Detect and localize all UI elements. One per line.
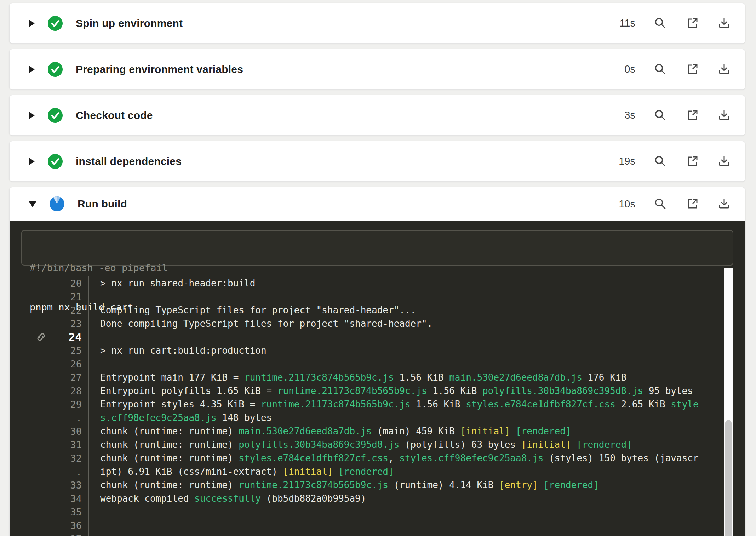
- open-in-new-tab-button[interactable]: [686, 63, 699, 76]
- log-line: 29Entrypoint styles 4.35 KiB = runtime.2…: [10, 398, 745, 411]
- download-logs-button[interactable]: [717, 155, 731, 168]
- log-line-text: Done compiling TypeScript files for proj…: [88, 318, 433, 329]
- line-number: 27: [10, 372, 88, 383]
- log-line: 24: [10, 330, 745, 344]
- step-row-preparing-environment-variables: Preparing environment variables 0s: [9, 49, 745, 90]
- line-number: 28: [10, 386, 88, 397]
- search-logs-button[interactable]: [654, 63, 667, 76]
- search-logs-button[interactable]: [654, 109, 667, 122]
- line-number: .: [10, 412, 88, 423]
- line-number: 20: [10, 278, 88, 289]
- log-lines: 20> nx run shared-header:build2122Compil…: [10, 276, 745, 536]
- search-logs-button[interactable]: [654, 197, 667, 211]
- log-line: 27Entrypoint main 177 KiB = runtime.2117…: [10, 371, 745, 384]
- chevron-right-icon[interactable]: [29, 112, 35, 119]
- open-in-new-tab-button[interactable]: [686, 197, 699, 211]
- log-line: 20> nx run shared-header:build: [10, 276, 745, 290]
- line-number: 30: [10, 426, 88, 437]
- step-header[interactable]: Spin up environment 11s: [10, 3, 745, 43]
- step-title: install dependencies: [76, 155, 182, 167]
- step-duration: 3s: [624, 109, 635, 121]
- step-row-checkout-code: Checkout code 3s: [9, 95, 745, 136]
- log-line-text: ipt) 6.91 KiB (css/mini-extract) [initia…: [88, 466, 394, 477]
- log-line: 34webpack compiled successfully (bb5db88…: [10, 492, 745, 505]
- line-number: 32: [10, 453, 88, 464]
- search-logs-button[interactable]: [654, 17, 667, 30]
- terminal-panel: #!/bin/bash -eo pipefail pnpm nx build c…: [10, 221, 745, 536]
- log-line-text: chunk (runtime: runtime) main.530e27d6ee…: [88, 426, 571, 437]
- step-row-run-build: Run build 10s #!/bin/bash -eo pipefail p…: [9, 187, 745, 536]
- line-number: 23: [10, 318, 88, 329]
- log-line: 37: [10, 532, 745, 536]
- log-line-text: chunk (runtime: runtime) polyfills.30b34…: [88, 439, 632, 450]
- open-in-new-tab-button[interactable]: [686, 109, 699, 122]
- line-number: 33: [10, 480, 88, 491]
- command-box: #!/bin/bash -eo pipefail pnpm nx build c…: [21, 230, 733, 266]
- step-title: Run build: [78, 198, 127, 210]
- step-row-install-dependencies: install dependencies 19s: [9, 141, 745, 182]
- log-line-text: > nx run cart:build:production: [88, 345, 267, 356]
- line-number: 25: [10, 345, 88, 356]
- chevron-down-icon[interactable]: [29, 201, 36, 207]
- line-link-icon[interactable]: [36, 332, 46, 342]
- log-line: .ipt) 6.91 KiB (css/mini-extract) [initi…: [10, 465, 745, 478]
- line-number: 24: [10, 331, 88, 343]
- log-line-text: Entrypoint main 177 KiB = runtime.21173c…: [88, 372, 626, 383]
- log-line-text: chunk (runtime: runtime) styles.e784ce1d…: [88, 453, 699, 463]
- step-duration: 0s: [624, 63, 635, 75]
- step-duration: 19s: [619, 155, 635, 167]
- step-header[interactable]: Checkout code 3s: [10, 95, 745, 135]
- line-number: 37: [10, 534, 88, 536]
- line-number: 21: [10, 291, 88, 302]
- line-number: 34: [10, 493, 88, 504]
- log-line: 22Compiling TypeScript files for project…: [10, 303, 745, 317]
- scrollbar-thumb[interactable]: [725, 420, 732, 536]
- step-duration: 11s: [619, 17, 635, 29]
- step-row-spin-up-environment: Spin up environment 11s: [9, 3, 745, 44]
- log-line-text: Entrypoint polyfills 1.65 KiB = runtime.…: [88, 386, 693, 396]
- command-shebang: #!/bin/bash -eo pipefail: [30, 261, 725, 274]
- open-in-new-tab-button[interactable]: [686, 17, 699, 30]
- line-number: 29: [10, 399, 88, 410]
- step-header[interactable]: install dependencies 19s: [10, 141, 745, 181]
- log-line: 23Done compiling TypeScript files for pr…: [10, 317, 745, 330]
- log-line: 33chunk (runtime: runtime) runtime.21173…: [10, 478, 745, 492]
- status-success-icon: [47, 16, 63, 31]
- download-logs-button[interactable]: [717, 63, 731, 76]
- log-line-text: s.cff98efec9c25aa8.js 148 bytes: [88, 412, 272, 423]
- log-line-text: Entrypoint styles 4.35 KiB = runtime.211…: [88, 399, 699, 410]
- log-line-text: webpack compiled successfully (bb5db882a…: [88, 493, 366, 504]
- line-number: 22: [10, 305, 88, 316]
- log-line: 28Entrypoint polyfills 1.65 KiB = runtim…: [10, 384, 745, 398]
- download-logs-button[interactable]: [717, 197, 731, 211]
- step-title: Spin up environment: [76, 17, 183, 29]
- download-logs-button[interactable]: [717, 17, 731, 30]
- log-line-text: chunk (runtime: runtime) runtime.21173c8…: [88, 480, 599, 490]
- line-number: .: [10, 466, 88, 477]
- log-line: 32chunk (runtime: runtime) styles.e784ce…: [10, 451, 745, 465]
- chevron-right-icon[interactable]: [29, 19, 35, 27]
- status-success-icon: [47, 108, 63, 123]
- log-line: 21: [10, 290, 745, 303]
- step-title: Checkout code: [76, 109, 153, 121]
- step-duration: 10s: [619, 198, 635, 210]
- log-scrollbar[interactable]: [724, 268, 733, 536]
- line-number: 35: [10, 507, 88, 518]
- step-title: Preparing environment variables: [76, 63, 243, 75]
- log-line-text: Compiling TypeScript files for project "…: [88, 305, 416, 315]
- open-in-new-tab-button[interactable]: [686, 155, 699, 168]
- log-line: 25> nx run cart:build:production: [10, 344, 745, 357]
- chevron-right-icon[interactable]: [29, 65, 35, 73]
- chevron-right-icon[interactable]: [29, 158, 35, 165]
- status-success-icon: [47, 154, 63, 169]
- log-line: 36: [10, 519, 745, 532]
- line-number: 36: [10, 520, 88, 531]
- log-line: 26: [10, 357, 745, 371]
- step-header[interactable]: Run build 10s: [10, 187, 745, 221]
- search-logs-button[interactable]: [654, 155, 667, 168]
- log-line: .s.cff98efec9c25aa8.js 148 bytes: [10, 411, 745, 424]
- status-running-icon: [49, 196, 65, 212]
- log-line-text: > nx run shared-header:build: [88, 278, 255, 289]
- step-header[interactable]: Preparing environment variables 0s: [10, 49, 745, 89]
- download-logs-button[interactable]: [717, 109, 731, 122]
